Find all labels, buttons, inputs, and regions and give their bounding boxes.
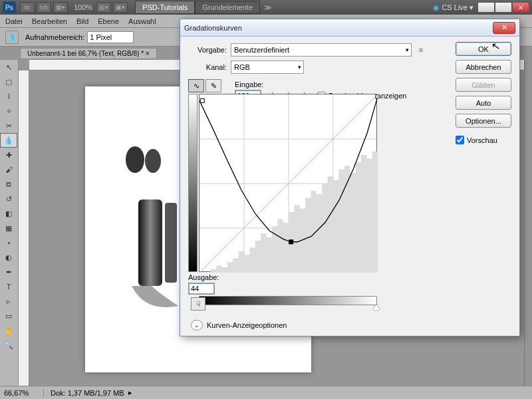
heal-tool[interactable]: ✚	[0, 148, 17, 162]
output-label: Ausgabe:	[188, 273, 227, 281]
svg-point-0	[126, 146, 144, 173]
preset-combo[interactable]: Benutzerdefiniert▾	[231, 43, 412, 57]
move-tool[interactable]: ↖	[0, 60, 17, 74]
path-tool[interactable]: ▹	[0, 294, 17, 309]
sample-range-input[interactable]	[87, 31, 134, 43]
expand-options-label: Kurven-Anzeigeoptionen	[207, 321, 287, 329]
crop-tool[interactable]: ✂	[0, 118, 17, 133]
sample-range-label: Aufnahmebereich:	[25, 33, 84, 41]
window-minimize[interactable]: —	[477, 2, 495, 13]
preset-menu-icon[interactable]: ≡	[416, 45, 426, 55]
ok-button[interactable]: OK	[456, 42, 511, 56]
wand-tool[interactable]: ✧	[0, 104, 17, 118]
document-tab[interactable]: Unbenannt-1 bei 66,7% (Text, RGB/8) * ×	[20, 48, 157, 59]
blur-tool[interactable]: ∘	[0, 235, 17, 250]
dialog-close-button[interactable]: ✕	[493, 22, 515, 34]
cancel-button[interactable]: Abbrechen	[456, 60, 511, 74]
output-value[interactable]: 44	[188, 283, 215, 295]
status-zoom[interactable]: 66,67%	[4, 389, 44, 397]
menu-auswahl[interactable]: Auswahl	[128, 17, 156, 25]
smooth-button[interactable]: Glätten	[456, 78, 511, 92]
status-docsize: Dok: 1,37 MB/1,97 MB	[51, 389, 124, 397]
brush-tool[interactable]: 🖌	[0, 162, 17, 177]
auto-button[interactable]: Auto	[456, 96, 511, 110]
svg-rect-2	[138, 200, 162, 286]
eyedropper-tool-icon[interactable]: 💧	[5, 31, 19, 44]
options-button[interactable]: Optionen...	[456, 114, 511, 128]
cslive-menu[interactable]: ◉ CS Live ▾	[433, 3, 473, 12]
zoom-tool[interactable]: 🔍	[0, 338, 17, 352]
lasso-tool[interactable]: ⌇	[0, 89, 17, 104]
tab-grundelemente[interactable]: Grundelemente	[195, 1, 260, 14]
dialog-titlebar[interactable]: Gradationskurven ✕	[180, 19, 519, 37]
curve-pencil-tool[interactable]: ✎	[205, 79, 221, 92]
marquee-tool[interactable]: ▢	[0, 74, 17, 89]
preset-label: Vorgabe:	[188, 46, 227, 54]
output-gradient	[188, 94, 198, 272]
white-point-slider[interactable]	[373, 305, 380, 310]
gradient-tool[interactable]: ▦	[0, 221, 17, 235]
type-tool[interactable]: T	[0, 279, 17, 294]
svg-rect-13	[376, 94, 378, 98]
viewmode-button[interactable]: ▦▾	[53, 2, 68, 13]
targeted-adjust-tool[interactable]: ☟	[191, 297, 205, 311]
app-titlebar: Ps Br Mb ▦▾ 100% ▥▾ ▣▾ PSD-Tutorials Gru…	[0, 0, 532, 15]
window-close[interactable]: ✕	[512, 2, 529, 13]
app-icon: Ps	[3, 1, 16, 13]
screenmode-button[interactable]: ▣▾	[113, 2, 128, 13]
preset-value: Benutzerdefiniert	[234, 46, 289, 54]
hand-tool[interactable]: ✋	[0, 323, 17, 338]
menu-bearbeiten[interactable]: Bearbeiten	[32, 17, 67, 25]
dodge-tool[interactable]: ◐	[0, 250, 17, 265]
pen-tool[interactable]: ✒	[0, 265, 17, 279]
window-maximize[interactable]: ☐	[495, 2, 512, 13]
toolbox: ↖ ▢ ⌇ ✧ ✂ 💧 ✚ 🖌 ⧉ ↺ ◧ ▦ ∘ ◐ ✒ T ▹ ▭ ✋ 🔍	[0, 60, 19, 386]
tab-psd-tutorials[interactable]: PSD-Tutorials	[135, 1, 195, 14]
zoom-readout: 100%	[74, 3, 92, 11]
channel-combo[interactable]: RGB▾	[231, 61, 304, 74]
menu-ebene[interactable]: Ebene	[98, 17, 119, 25]
more-tabs[interactable]: ≫	[264, 3, 272, 12]
arrange-button[interactable]: ▥▾	[96, 2, 111, 13]
right-dock[interactable]	[524, 60, 532, 386]
statusbar: 66,67% Dok: 1,37 MB/1,97 MB ▸	[0, 386, 532, 399]
stamp-tool[interactable]: ⧉	[0, 177, 17, 192]
preview-checkbox[interactable]: Vorschau	[456, 136, 511, 144]
eyedropper-tool[interactable]: 💧	[0, 133, 17, 148]
eraser-tool[interactable]: ◧	[0, 206, 17, 221]
dialog-title: Gradationskurven	[184, 24, 493, 32]
minibridge-button[interactable]: Mb	[37, 2, 51, 13]
bridge-button[interactable]: Br	[20, 2, 35, 13]
shape-tool[interactable]: ▭	[0, 309, 17, 323]
curves-dialog: Gradationskurven ✕ Vorgabe: Benutzerdefi…	[180, 19, 520, 336]
workspace-tabs: PSD-Tutorials Grundelemente	[135, 1, 260, 14]
menu-datei[interactable]: Datei	[5, 17, 23, 25]
svg-rect-11	[200, 98, 204, 102]
expand-options-button[interactable]: ⌄	[191, 320, 203, 331]
svg-point-1	[145, 149, 161, 173]
input-gradient[interactable]	[199, 296, 377, 305]
history-brush-tool[interactable]: ↺	[0, 192, 17, 206]
menu-bild[interactable]: Bild	[76, 17, 88, 25]
channel-value: RGB	[234, 63, 250, 71]
ruler-vertical	[19, 70, 29, 386]
curve-point-tool[interactable]: ∿	[188, 79, 204, 92]
svg-rect-3	[165, 203, 177, 283]
curve-graph[interactable]	[199, 94, 377, 272]
channel-label: Kanal:	[188, 63, 227, 71]
svg-rect-14	[289, 240, 293, 244]
canvas-artwork	[126, 146, 178, 307]
